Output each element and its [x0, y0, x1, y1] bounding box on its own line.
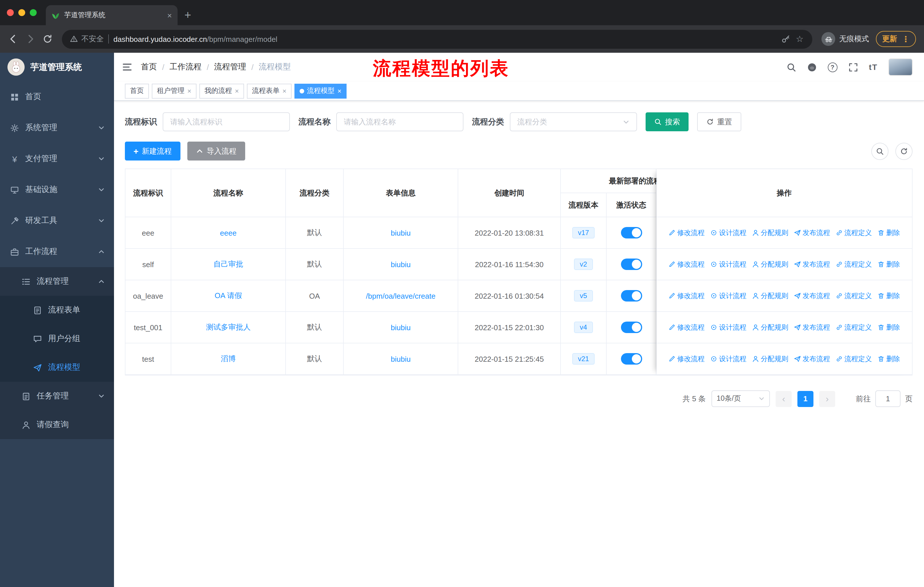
action-assign-rule[interactable]: 分配规则	[752, 291, 788, 301]
close-icon[interactable]: ×	[282, 87, 286, 95]
action-edit-process[interactable]: 修改流程	[668, 354, 705, 364]
process-name-link[interactable]: 测试多审批人	[206, 322, 251, 332]
action-process-definition[interactable]: 流程定义	[836, 354, 872, 364]
tag-my-process[interactable]: 我的流程 ×	[200, 83, 244, 98]
form-info-link[interactable]: biubiu	[391, 260, 411, 269]
update-browser-button[interactable]: 更新 ⋮	[876, 31, 916, 47]
close-icon[interactable]: ×	[187, 87, 191, 95]
sidebar-item-payment[interactable]: ¥ 支付管理	[0, 143, 114, 174]
create-process-button[interactable]: + 新建流程	[125, 142, 180, 160]
tag-tenant-management[interactable]: 租户管理 ×	[152, 83, 196, 98]
minimize-window-button[interactable]	[18, 9, 25, 16]
process-name-link[interactable]: eeee	[220, 228, 237, 237]
action-process-definition[interactable]: 流程定义	[836, 322, 872, 332]
action-delete[interactable]: 删除	[878, 291, 900, 301]
sidebar-item-devtools[interactable]: 研发工具	[0, 205, 114, 236]
prev-page-button[interactable]: ‹	[776, 391, 792, 407]
form-info-link[interactable]: biubiu	[391, 355, 411, 363]
action-edit-process[interactable]: 修改流程	[668, 291, 705, 301]
current-page-button[interactable]: 1	[797, 391, 813, 407]
sidebar-item-process-management[interactable]: 流程管理	[0, 267, 114, 296]
action-delete[interactable]: 删除	[878, 260, 900, 269]
page-size-select[interactable]: 10条/页	[711, 390, 770, 407]
sidebar-item-process-form[interactable]: 流程表单	[0, 296, 114, 324]
status-toggle[interactable]	[621, 322, 642, 333]
status-toggle[interactable]	[621, 258, 642, 270]
address-bar[interactable]: 不安全 dashboard.yudao.iocoder.cn/bpm/manag…	[62, 30, 812, 48]
forward-button[interactable]	[25, 34, 36, 44]
close-icon[interactable]: ×	[337, 87, 342, 95]
breadcrumb-process-management[interactable]: 流程管理	[214, 62, 246, 72]
action-assign-rule[interactable]: 分配规则	[752, 228, 788, 238]
action-edit-process[interactable]: 修改流程	[668, 322, 705, 332]
goto-page-input[interactable]	[875, 390, 901, 407]
action-process-definition[interactable]: 流程定义	[836, 260, 872, 269]
sidebar-collapse-icon[interactable]	[122, 62, 132, 72]
process-name-input[interactable]	[336, 112, 464, 131]
action-assign-rule[interactable]: 分配规则	[752, 260, 788, 269]
action-process-definition[interactable]: 流程定义	[836, 228, 872, 238]
new-tab-button[interactable]: +	[185, 8, 191, 22]
back-button[interactable]	[8, 34, 18, 44]
next-page-button[interactable]: ›	[819, 391, 835, 407]
action-publish-process[interactable]: 发布流程	[794, 260, 830, 269]
action-assign-rule[interactable]: 分配规则	[752, 322, 788, 332]
sidebar-item-infrastructure[interactable]: 基础设施	[0, 174, 114, 205]
close-icon[interactable]: ×	[235, 87, 239, 95]
tag-process-form[interactable]: 流程表单 ×	[247, 83, 292, 98]
reset-button[interactable]: 重置	[697, 112, 741, 131]
process-name-link[interactable]: 自己审批	[213, 259, 243, 270]
action-edit-process[interactable]: 修改流程	[668, 260, 705, 269]
action-design-process[interactable]: 设计流程	[710, 228, 746, 238]
tab-close-icon[interactable]: ×	[167, 11, 172, 20]
sidebar-item-process-model[interactable]: 流程模型	[0, 353, 114, 382]
action-design-process[interactable]: 设计流程	[710, 322, 746, 332]
tag-process-model[interactable]: 流程模型 ×	[294, 83, 346, 98]
status-toggle[interactable]	[621, 227, 642, 238]
security-warning[interactable]: 不安全	[70, 34, 104, 44]
process-name-link[interactable]: OA 请假	[214, 291, 242, 301]
action-delete[interactable]: 删除	[878, 322, 900, 332]
action-design-process[interactable]: 设计流程	[710, 260, 746, 269]
reload-button[interactable]	[42, 34, 53, 44]
tag-home[interactable]: 首页	[125, 83, 149, 98]
help-icon[interactable]: ?	[828, 62, 838, 72]
action-edit-process[interactable]: 修改流程	[668, 228, 705, 238]
refresh-list-button[interactable]	[895, 142, 912, 160]
action-assign-rule[interactable]: 分配规则	[752, 354, 788, 364]
font-size-icon[interactable]: tT	[869, 63, 878, 72]
action-publish-process[interactable]: 发布流程	[794, 291, 830, 301]
action-publish-process[interactable]: 发布流程	[794, 228, 830, 238]
show-search-button[interactable]	[871, 142, 888, 160]
search-icon[interactable]	[787, 62, 796, 72]
close-window-button[interactable]	[7, 9, 14, 16]
sidebar-item-workflow[interactable]: 工作流程	[0, 236, 114, 267]
form-info-link[interactable]: biubiu	[391, 323, 411, 332]
breadcrumb-home[interactable]: 首页	[141, 62, 157, 72]
user-avatar[interactable]	[888, 58, 912, 76]
sidebar-item-user-group[interactable]: 用户分组	[0, 324, 114, 353]
sidebar-item-home[interactable]: 首页	[0, 81, 114, 112]
action-publish-process[interactable]: 发布流程	[794, 322, 830, 332]
process-category-select[interactable]: 流程分类	[510, 112, 637, 131]
sidebar-item-leave-query[interactable]: 请假查询	[0, 410, 114, 439]
breadcrumb-workflow[interactable]: 工作流程	[170, 62, 201, 72]
form-info-link[interactable]: /bpm/oa/leave/create	[366, 291, 436, 300]
search-button[interactable]: 搜索	[645, 112, 688, 131]
action-delete[interactable]: 删除	[878, 228, 900, 238]
bookmark-star-icon[interactable]: ☆	[795, 35, 804, 43]
github-icon[interactable]	[807, 62, 817, 72]
process-name-link[interactable]: 滔博	[221, 354, 236, 364]
action-process-definition[interactable]: 流程定义	[836, 291, 872, 301]
import-process-button[interactable]: 导入流程	[187, 142, 245, 160]
browser-tab[interactable]: 芋道管理系统 ×	[46, 5, 178, 25]
status-toggle[interactable]	[621, 290, 642, 301]
zoom-window-button[interactable]	[30, 9, 37, 16]
action-publish-process[interactable]: 发布流程	[794, 354, 830, 364]
form-info-link[interactable]: biubiu	[391, 228, 411, 237]
process-id-input[interactable]	[163, 112, 290, 131]
status-toggle[interactable]	[621, 353, 642, 365]
fullscreen-icon[interactable]	[848, 62, 858, 72]
sidebar-item-system[interactable]: 系统管理	[0, 112, 114, 143]
sidebar-item-task-management[interactable]: 任务管理	[0, 382, 114, 410]
